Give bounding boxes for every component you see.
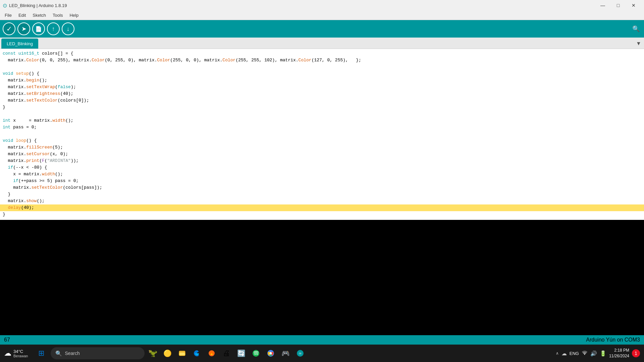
code-line-23: matrix.show(); (0, 198, 644, 204)
expand-tray-icon[interactable]: ∧ (556, 351, 559, 356)
code-line-10 (0, 111, 644, 117)
battery-icon[interactable]: 🔋 (600, 350, 606, 357)
tab-led-blinking[interactable]: LED_Blinking (1, 39, 38, 49)
verify-button[interactable]: ✓ (3, 22, 15, 35)
code-line-5: matrix.begin(); (0, 77, 644, 84)
notification-count: 1 (635, 351, 637, 356)
search-label: Search (65, 351, 79, 356)
line-number: 67 (4, 337, 10, 343)
code-line-13 (0, 131, 644, 137)
notification-bell[interactable]: 1 (632, 349, 640, 357)
menu-edit[interactable]: Edit (15, 12, 29, 18)
status-bar: 67 Arduino Yún on COM3 (0, 335, 644, 345)
title-bar-left: ⊙ LED_Blinking | Arduino 1.8.19 (3, 2, 67, 9)
code-line-8: matrix.setTextColor(colors[0]); (0, 97, 644, 104)
code-line-1: const uint16_t colors[] = { (0, 50, 644, 57)
window-controls: — □ ✕ (595, 0, 641, 11)
code-line-19: x = matrix.width(); (0, 171, 644, 178)
taskbar-edge-icon[interactable] (190, 347, 204, 360)
code-line-4: void setup() { (0, 70, 644, 77)
taskbar-firefox-icon[interactable] (205, 347, 218, 360)
code-line-22: } (0, 191, 644, 198)
app-icon: ⊙ (3, 2, 7, 9)
svg-point-5 (253, 350, 259, 357)
new-button[interactable]: 📄 (32, 22, 45, 35)
taskbar-app4-icon[interactable]: 🔄 (234, 347, 248, 360)
output-area (0, 220, 644, 335)
code-line-12: int pass = 0; (0, 124, 644, 131)
sound-icon[interactable]: 🔊 (590, 350, 597, 357)
search-icon: 🔍 (55, 350, 62, 357)
tab-bar: LED_Blinking ▼ (0, 38, 644, 49)
start-button[interactable]: ⊞ (33, 347, 49, 360)
title-bar: ⊙ LED_Blinking | Arduino 1.8.19 — □ ✕ (0, 0, 644, 11)
lang-indicator[interactable]: ENG (570, 351, 579, 356)
taskbar-files-icon[interactable] (175, 347, 189, 360)
clock-date: 11/26/2024 (609, 353, 629, 359)
code-line-24: delay(40); (0, 204, 644, 211)
code-line-16: matrix.setCursor(x, 0); (0, 151, 644, 158)
weather-temp: 34°C (13, 349, 28, 354)
open-button[interactable]: ↑ (47, 22, 60, 35)
taskbar-app2-icon[interactable]: 🟡 (161, 347, 174, 360)
taskbar-search[interactable]: 🔍 Search (51, 347, 145, 359)
menu-sketch[interactable]: Sketch (29, 12, 49, 18)
weather-icon: ☁ (4, 349, 11, 358)
code-line-18: if(--x < -80) { (0, 164, 644, 171)
code-line-9: } (0, 104, 644, 111)
svg-point-8 (270, 352, 272, 355)
code-line-11: int x = matrix.width(); (0, 117, 644, 124)
toolbar-search-button[interactable]: 🔍 (631, 23, 641, 34)
maximize-button[interactable]: □ (610, 0, 626, 11)
code-line-2: matrix.Color(0, 0, 255), matrix.Color(0,… (0, 57, 644, 64)
tab-dropdown-button[interactable]: ▼ (633, 39, 644, 49)
taskbar-arduino-icon[interactable]: ∞ (293, 347, 307, 360)
wifi-icon[interactable] (582, 350, 588, 356)
close-button[interactable]: ✕ (626, 0, 641, 11)
code-line-14: void loop() { (0, 137, 644, 144)
menu-tools[interactable]: Tools (49, 12, 66, 18)
save-button[interactable]: ↓ (62, 22, 74, 35)
code-line-21: matrix.setTextColor(colors[pass]); (0, 184, 644, 191)
taskbar-game-icon[interactable]: 🦖 (146, 347, 159, 360)
weather-condition: Berawan (13, 354, 28, 358)
code-editor[interactable]: const uint16_t colors[] = { matrix.Color… (0, 49, 644, 220)
menu-help[interactable]: Help (66, 12, 82, 18)
svg-text:∞: ∞ (299, 351, 302, 356)
code-line-3 (0, 64, 644, 70)
cloud-icon[interactable]: ☁ (561, 350, 567, 357)
code-line-20: if(++pass >= 5) pass = 0; (0, 178, 644, 184)
window-title: LED_Blinking | Arduino 1.8.19 (9, 3, 67, 8)
taskbar-right: ∧ ☁ ENG 🔊 🔋 2:18 PM 11/26/2024 1 (556, 348, 640, 359)
minimize-button[interactable]: — (595, 0, 610, 11)
code-line-15: matrix.fillScreen(5); (0, 144, 644, 151)
app-container: ⊙ LED_Blinking | Arduino 1.8.19 — □ ✕ Fi… (0, 0, 644, 362)
weather-widget: ☁ 34°C Berawan (4, 349, 28, 358)
menu-bar: File Edit Sketch Tools Help (0, 11, 644, 20)
code-line-17: matrix.print(F("ARDINTA")); (0, 158, 644, 164)
taskbar-spotify-icon[interactable] (249, 347, 263, 360)
svg-rect-2 (179, 352, 185, 356)
taskbar-chrome-icon[interactable] (264, 347, 277, 360)
taskbar-print-icon[interactable]: 🖨 (220, 347, 233, 360)
clock[interactable]: 2:18 PM 11/26/2024 (609, 348, 629, 359)
taskbar-game2-icon[interactable]: 🎮 (279, 347, 292, 360)
board-info: Arduino Yún on COM3 (586, 337, 640, 343)
clock-time: 2:18 PM (609, 348, 629, 353)
toolbar: ✓ ➤ 📄 ↑ ↓ 🔍 (0, 20, 644, 38)
taskbar: ☁ 34°C Berawan ⊞ 🔍 Search 🦖 🟡 (0, 345, 644, 362)
code-line-6: matrix.setTextWrap(false); (0, 84, 644, 90)
tab-label: LED_Blinking (7, 41, 33, 46)
menu-file[interactable]: File (1, 12, 15, 18)
upload-button[interactable]: ➤ (17, 22, 30, 35)
code-line-25: } (0, 211, 644, 218)
code-line-7: matrix.setBrightness(40); (0, 90, 644, 97)
